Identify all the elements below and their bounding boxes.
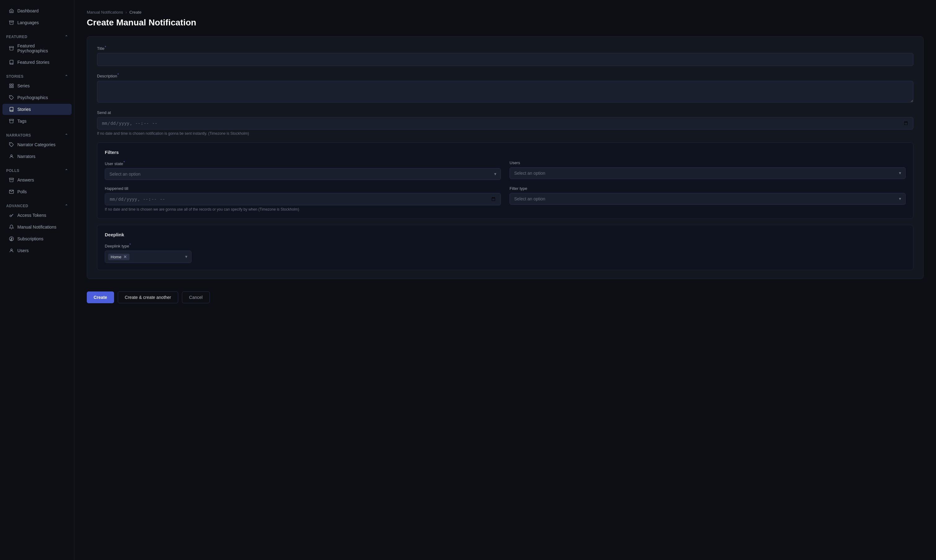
bell-icon (9, 224, 14, 230)
user-state-select[interactable]: Select an option (105, 168, 501, 180)
sidebar-item-tags[interactable]: Tags (3, 115, 72, 127)
svg-rect-10 (9, 178, 13, 179)
book-icon-fs (9, 60, 14, 65)
sidebar-item-psychographics[interactable]: Psychographics (3, 92, 72, 103)
page-title: Create Manual Notification (87, 18, 924, 28)
tags-icon (9, 118, 14, 124)
sidebar-item-subscriptions-label: Subscriptions (17, 236, 43, 241)
sidebar-item-languages-label: Languages (17, 20, 39, 25)
sidebar-item-answers[interactable]: Answers (3, 174, 72, 186)
cancel-button[interactable]: Cancel (182, 291, 210, 303)
sidebar-item-series[interactable]: Series (3, 80, 72, 91)
svg-rect-5 (12, 86, 13, 88)
svg-point-14 (11, 249, 12, 251)
svg-rect-2 (9, 84, 11, 86)
sidebar-item-languages[interactable]: Languages (3, 17, 72, 28)
sidebar-item-stories-label: Stories (17, 107, 31, 112)
sidebar-item-dashboard[interactable]: Dashboard (3, 5, 72, 17)
users-select-wrapper: Select an option ▼ (509, 167, 906, 179)
deeplink-type-input[interactable]: Home ✕ ▼ (105, 251, 191, 263)
form-group-user-state: User state* Select an option ▼ (105, 160, 501, 180)
sidebar-item-dashboard-label: Dashboard (17, 8, 39, 13)
create-button[interactable]: Create (87, 291, 114, 303)
section-advanced: Advanced ⌃ (0, 200, 74, 209)
filters-grid: User state* Select an option ▼ Users Sel (105, 160, 906, 212)
sidebar-item-stories[interactable]: Stories (3, 104, 72, 115)
sidebar-item-featured-stories[interactable]: Featured Stories (3, 57, 72, 68)
user-state-select-wrapper: Select an option ▼ (105, 168, 501, 180)
sidebar-item-series-label: Series (17, 83, 30, 88)
sidebar-item-featured-psychographics-label: Featured Psychographics (17, 43, 65, 53)
breadcrumb-current: Create (129, 10, 141, 15)
sidebar-item-narrators[interactable]: Narrators (3, 151, 72, 162)
form-group-happened-till: Happened till If no date and time is cho… (105, 186, 501, 212)
deeplink-type-label: Deeplink type* (105, 243, 906, 248)
chevron-up-icon[interactable]: ⌃ (65, 35, 68, 39)
form-group-title: Title* (97, 45, 913, 66)
happened-till-input[interactable] (105, 193, 501, 205)
users-label: Users (509, 160, 906, 165)
sidebar-item-narrator-categories[interactable]: Narrator Categories (3, 139, 72, 150)
svg-point-8 (10, 143, 11, 144)
tag-icon (9, 95, 14, 100)
happened-till-label: Happened till (105, 186, 501, 191)
deeplink-type-chevron-icon[interactable]: ▼ (184, 255, 188, 259)
svg-rect-4 (9, 86, 11, 88)
main-content: Manual Notifications › Create Create Man… (74, 0, 936, 560)
megaphone-icon (9, 189, 14, 194)
archive-icon (9, 20, 14, 25)
create-another-button[interactable]: Create & create another (118, 291, 178, 303)
chevron-up-icon-polls[interactable]: ⌃ (65, 169, 68, 173)
sidebar-item-access-tokens[interactable]: Access Tokens (3, 210, 72, 221)
breadcrumb: Manual Notifications › Create (87, 10, 924, 15)
archive-icon-answers (9, 177, 14, 183)
svg-rect-3 (12, 84, 13, 86)
form-group-send-at: Send at If no date and time is chosen no… (97, 110, 913, 136)
chevron-up-icon-narrators[interactable]: ⌃ (65, 133, 68, 137)
title-label: Title* (97, 45, 913, 51)
description-input[interactable] (97, 81, 913, 103)
filter-type-select[interactable]: Select an option (509, 193, 906, 205)
sidebar-item-manual-notifications-label: Manual Notifications (17, 225, 56, 229)
svg-rect-0 (9, 21, 13, 22)
form-group-deeplink-type: Deeplink type* Home ✕ ▼ (105, 243, 906, 263)
chevron-up-icon-stories[interactable]: ⌃ (65, 74, 68, 78)
breadcrumb-parent[interactable]: Manual Notifications (87, 10, 123, 15)
deeplink-type-remove-icon[interactable]: ✕ (123, 255, 127, 259)
form-card: Title* Description* Send at If no date a… (87, 36, 924, 279)
filters-section: Filters User state* Select an option ▼ (97, 143, 913, 218)
sidebar-item-polls[interactable]: Polls (3, 186, 72, 197)
breadcrumb-separator: › (125, 10, 127, 15)
happened-till-hint: If no date and time is chosen we are gon… (105, 207, 501, 212)
sidebar-item-psychographics-label: Psychographics (17, 95, 48, 100)
user-state-label: User state* (105, 160, 501, 166)
svg-point-9 (11, 155, 12, 157)
action-bar: Create Create & create another Cancel (87, 286, 924, 303)
section-featured: Featured ⌃ (0, 31, 74, 40)
sidebar-item-manual-notifications[interactable]: Manual Notifications (3, 222, 72, 232)
send-at-label: Send at (97, 110, 913, 115)
description-label: Description* (97, 73, 913, 78)
filters-title: Filters (105, 149, 906, 155)
section-narrators: Narrators ⌃ (0, 129, 74, 139)
sidebar-item-subscriptions[interactable]: Subscriptions (3, 233, 72, 245)
send-at-hint: If no date and time is chosen notificati… (97, 131, 913, 136)
section-polls: Polls ⌃ (0, 165, 74, 174)
sidebar-item-users[interactable]: Users (3, 245, 72, 256)
sidebar-item-tags-label: Tags (17, 118, 27, 123)
sidebar-item-narrator-categories-label: Narrator Categories (17, 142, 56, 147)
user-icon-narrators (9, 154, 14, 159)
chevron-up-icon-advanced[interactable]: ⌃ (65, 204, 68, 208)
deeplink-type-tag: Home ✕ (108, 254, 130, 260)
send-at-input[interactable] (97, 117, 913, 129)
sidebar-item-polls-label: Polls (17, 189, 27, 194)
tag-icon-nc (9, 142, 14, 148)
title-input[interactable] (97, 53, 913, 66)
section-stories: Stories ⌃ (0, 71, 74, 80)
deeplink-title: Deeplink (105, 232, 906, 237)
sidebar: Dashboard Languages Featured ⌃ Featured … (0, 0, 74, 560)
svg-point-6 (10, 96, 11, 97)
user-icon-users (9, 248, 14, 253)
users-select[interactable]: Select an option (509, 167, 906, 179)
sidebar-item-featured-psychographics[interactable]: Featured Psychographics (3, 41, 72, 56)
